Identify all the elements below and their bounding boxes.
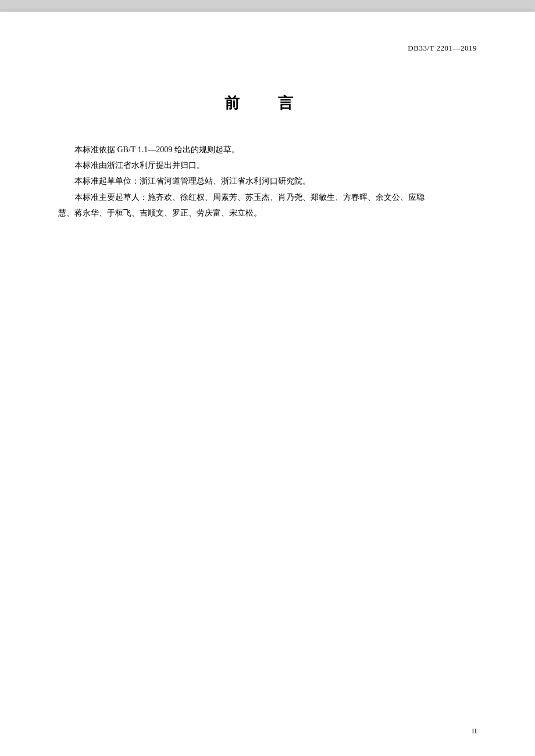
content-line-4-part1: 本标准主要起草人：施齐欢、徐红权、周素芳、苏玉杰、肖乃尧、郑敏生、方春晖、余文公… [58,190,477,205]
title-section: 前 言 [58,93,477,113]
page-number: II [472,726,477,736]
document-code: DB33/T 2201—2019 [408,44,477,53]
content-line-3: 本标准起草单位：浙江省河道管理总站、浙江省水利河口研究院。 [58,174,477,188]
page-title: 前 言 [224,95,311,112]
content-line-2: 本标准由浙江省水利厅提出并归口。 [58,158,477,173]
document-page: DB33/T 2201—2019 前 言 本标准依据 GB/T 1.1—2009… [0,12,535,756]
content-line-4-part2: 慧、蒋永华、于桓飞、吉顺文、罗正、劳庆富、宋立松。 [58,206,477,220]
content-section: 本标准依据 GB/T 1.1—2009 给出的规则起草。 本标准由浙江省水利厅提… [58,142,477,220]
content-line-1: 本标准依据 GB/T 1.1—2009 给出的规则起草。 [58,142,477,157]
